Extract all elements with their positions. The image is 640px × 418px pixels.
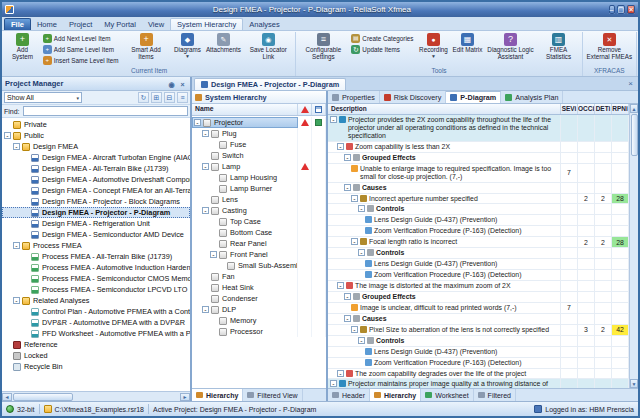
save-locator-link-button[interactable]: Save Locator Link (242, 32, 294, 67)
project-tree-item[interactable]: -Process FMEA - Semiconductor CMOS Memor… (2, 273, 190, 284)
close-panel-icon[interactable] (178, 79, 187, 88)
system-tree-item[interactable]: -Top Case (192, 216, 326, 227)
system-tree-item[interactable]: -Plug (192, 128, 326, 139)
expander-icon[interactable]: - (202, 130, 209, 137)
risk-column-header[interactable] (298, 104, 312, 115)
fmea-row-group[interactable]: -Grouped Effects (328, 292, 629, 303)
fmea-column-sevi[interactable]: SEVi (561, 104, 578, 114)
smart-add-items-button[interactable]: Smart Add Items (122, 32, 171, 67)
diagrams-button[interactable]: Diagrams▼ (171, 32, 205, 67)
project-tree-item[interactable]: -Public (2, 130, 190, 141)
vscroll-thumb[interactable] (631, 114, 638, 156)
ribbon-tab-system-hierarchy[interactable]: System Hierarchy (170, 18, 243, 30)
refresh-icon[interactable] (138, 92, 149, 103)
expander-icon[interactable]: - (344, 154, 351, 161)
collapse-all-icon[interactable] (164, 92, 175, 103)
expander-icon[interactable]: - (358, 337, 365, 344)
expander-icon[interactable]: - (202, 207, 209, 214)
hierarchy-view-filtered-view-tab[interactable]: Filtered View (243, 389, 302, 401)
project-tree-item[interactable]: -Process FMEA - All-Terrain Bike (J1739) (2, 251, 190, 262)
fmea-row-group[interactable]: -Grouped Effects (328, 153, 629, 164)
ribbon-tab-file[interactable]: File (4, 18, 31, 30)
project-tree-item[interactable]: -Process FMEA (2, 240, 190, 251)
create-categories-button[interactable]: Create Categories (349, 33, 416, 44)
analysis-tab-p-diagram[interactable]: P-Diagram (446, 91, 501, 103)
system-tree-item[interactable]: -Rear Panel (192, 238, 326, 249)
system-tree-item[interactable]: -Front Panel (192, 249, 326, 260)
analysis-tab-risk-discovery[interactable]: Risk Discovery (380, 91, 447, 103)
expander-icon[interactable]: - (358, 205, 365, 212)
fmea-column-deti[interactable]: DETi (595, 104, 612, 114)
system-tree-item[interactable]: -Lamp (192, 161, 326, 172)
fmea-row-control[interactable]: Lens Design Guide (D-437) (Prevention) (328, 215, 629, 226)
expander-icon[interactable]: - (351, 195, 358, 202)
scroll-left-icon[interactable]: ◄ (2, 393, 12, 401)
name-column-header[interactable]: Name (192, 104, 298, 115)
fmea-view-filtered-tab[interactable]: Filtered (474, 389, 516, 401)
scroll-right-icon[interactable]: ► (180, 393, 190, 401)
update-items-button[interactable]: Update Items (349, 44, 416, 55)
fmea-row-failure[interactable]: -The image is distorted at the maximum z… (328, 281, 629, 292)
fmea-row-control[interactable]: Zoom Verification Procedure (P-163) (Det… (328, 358, 629, 369)
add-next-level-item-button[interactable]: Add Next Level Item (41, 33, 122, 44)
fmea-column-occi[interactable]: OCCi (578, 104, 595, 114)
system-tree-item[interactable]: -Casting (192, 205, 326, 216)
analysis-tab-analysis-plan[interactable]: Analysis Plan (501, 91, 563, 103)
fmea-row-cause[interactable]: -Pixel Size to aberration of the lens is… (328, 325, 629, 336)
fmea-statistics-button[interactable]: FMEA Statistics (536, 32, 580, 67)
system-tree-item[interactable]: -DLP (192, 304, 326, 315)
close-document-icon[interactable]: × (625, 79, 636, 90)
system-tree-item[interactable]: -Lamp Housing (192, 172, 326, 183)
expander-icon[interactable]: - (194, 119, 201, 126)
expander-icon[interactable]: - (337, 143, 344, 150)
expander-icon[interactable]: - (13, 242, 20, 249)
project-tree-item[interactable]: -Control Plan - Automotive PFMEA with a … (2, 306, 190, 317)
project-tree-item[interactable]: -Design FMEA - All-Terrain Bike (J1739) (2, 163, 190, 174)
insert-same-level-item-button[interactable]: Insert Same Level Item (41, 55, 122, 66)
add-same-level-item-button[interactable]: Add Same Level Item (41, 44, 122, 55)
project-tree-item[interactable]: -Recycle Bin (2, 361, 190, 372)
fmea-row-control[interactable]: Lens Design Guide (D-437) (Prevention) (328, 259, 629, 270)
analysis-tab-properties[interactable]: Properties (328, 91, 380, 103)
project-tree-item[interactable]: -Design FMEA - Aircraft Turbofan Engine … (2, 152, 190, 163)
fmea-row-group[interactable]: -Causes (328, 183, 629, 194)
project-tree-item[interactable]: -Locked (2, 350, 190, 361)
fmea-view-header-tab[interactable]: Header (328, 389, 370, 401)
project-tree-item[interactable]: -Design FMEA (2, 141, 190, 152)
project-tree-item[interactable]: -PFD Worksheet - Automotive PFMEA with a… (2, 328, 190, 339)
document-tab[interactable]: Design FMEA - Projector - P-Diagram (194, 78, 346, 90)
fmea-row-cause[interactable]: -Focal length ratio is incorrect2228 (328, 237, 629, 248)
fmea-vscrollbar[interactable]: ▲ ▼ (629, 104, 638, 388)
system-tree-item[interactable]: -Heat Sink (192, 282, 326, 293)
attachments-button[interactable]: Attachments (205, 32, 243, 67)
expander-icon[interactable]: - (210, 251, 217, 258)
show-all-dropdown[interactable]: Show All ▾ (4, 92, 82, 103)
expander-icon[interactable]: - (4, 132, 11, 139)
system-tree-item[interactable]: -Small Sub-Assembly (192, 260, 326, 271)
diagnostic-logic-assistant-button[interactable]: Diagnostic Logic Assistant (484, 32, 536, 67)
configurable-settings-button[interactable]: Configurable Settings (297, 32, 349, 67)
project-tree-item[interactable]: -Design FMEA - Projector - Block Diagram… (2, 196, 190, 207)
fmea-row-control[interactable]: Zoom Verification Procedure (P-163) (Det… (328, 270, 629, 281)
analysis-column-header[interactable] (312, 104, 326, 115)
panel-options-icon[interactable] (177, 92, 188, 103)
edit-matrix-button[interactable]: Edit Matrix (450, 32, 484, 67)
fmea-row-failure[interactable]: -The zoom capability degrades over the l… (328, 369, 629, 380)
project-tree-hscrollbar[interactable]: ◄ ► (2, 391, 190, 401)
maximize-icon[interactable] (617, 5, 626, 14)
fmea-row-effect[interactable]: Unable to enlarge image to required spec… (328, 164, 629, 183)
fmea-row-group[interactable]: -Controls (328, 204, 629, 215)
expand-all-icon[interactable] (151, 92, 162, 103)
system-tree-item[interactable]: -Lens (192, 194, 326, 205)
fmea-row-effect[interactable]: Image is unclear, difficult to read prin… (328, 303, 629, 314)
ribbon-tab-project[interactable]: Project (63, 19, 98, 30)
ribbon-tab-home[interactable]: Home (31, 19, 63, 30)
fmea-row-control[interactable]: Zoom Verification Procedure (P-163) (Det… (328, 226, 629, 237)
system-tree-item[interactable]: -Memory (192, 315, 326, 326)
fmea-row-function[interactable]: -Projector provides the 2X zoom capabili… (328, 115, 629, 142)
expander-icon[interactable]: - (13, 143, 20, 150)
close-icon[interactable] (627, 5, 635, 14)
project-tree-item[interactable]: -Related Analyses (2, 295, 190, 306)
project-tree-item[interactable]: -Design FMEA - Refrigeration Unit (2, 218, 190, 229)
project-tree-item[interactable]: -Design FMEA - Concept FMEA for an All-T… (2, 185, 190, 196)
